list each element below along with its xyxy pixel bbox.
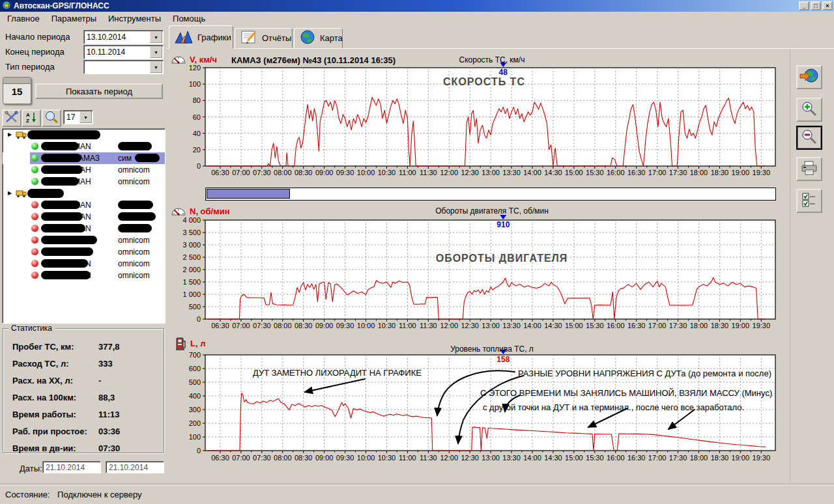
svg-text:100: 100 (189, 433, 201, 441)
zoom-in-icon (801, 100, 818, 119)
svg-text:15:30: 15:30 (586, 454, 604, 462)
chevron-down-icon[interactable]: ▼ (150, 46, 162, 58)
zoom-out-button[interactable] (796, 126, 822, 150)
stat-row: Расх. на 100км:88,3 (12, 393, 160, 402)
tree-vehicle-row[interactable]: MANomnicom (3, 246, 165, 258)
print-button[interactable] (796, 157, 822, 181)
svg-text:18:30: 18:30 (711, 454, 729, 462)
statistics-title: Статистика (8, 324, 55, 333)
date-to-input[interactable] (106, 461, 164, 473)
svg-text:17:00: 17:00 (648, 169, 667, 176)
period-start-select-label: Начало периода (5, 32, 70, 42)
svg-text:15:00: 15:00 (565, 169, 583, 176)
tree-group-row[interactable]: ▶ (3, 188, 165, 199)
vehicle-device: omnicom (118, 247, 150, 257)
svg-text:16:00: 16:00 (607, 322, 625, 329)
svg-text:13:00: 13:00 (482, 169, 500, 176)
period-type-select-label: Тип периода (5, 62, 55, 72)
tree-vehicle-row[interactable]: MANomnicom (3, 258, 165, 270)
svg-text:07:00: 07:00 (232, 454, 250, 462)
stat-value: 11:13 (98, 410, 120, 419)
time-range-selection[interactable] (207, 189, 290, 199)
stat-value: 03:36 (98, 427, 120, 436)
svg-text:2 500: 2 500 (182, 253, 201, 261)
vehicle-device: сим (118, 154, 132, 163)
svg-text:600: 600 (189, 365, 201, 372)
svg-text:16:00: 16:00 (607, 169, 625, 176)
svg-text:0: 0 (197, 447, 201, 455)
stat-value: 88,3 (98, 393, 115, 402)
tree-group-row[interactable]: ▶ (3, 129, 165, 141)
tab-label: Графики (197, 33, 231, 42)
svg-text:13:30: 13:30 (502, 322, 521, 329)
svg-text:09:30: 09:30 (336, 454, 354, 462)
sort-button[interactable]: AZ (22, 109, 41, 127)
menu-item-главное[interactable]: Главное (1, 12, 46, 25)
restore-button[interactable]: □ (811, 1, 821, 10)
chart-annotation: ДУТ ЗАМЕТНО ЛИХОРАДИТ НА ГРАФИКЕ (253, 368, 422, 378)
period-start-select[interactable]: 13.10.2014▼ (83, 30, 164, 44)
svg-text:06:30: 06:30 (211, 169, 229, 176)
tree-vehicle-row[interactable]: MAN (3, 141, 165, 152)
menu-item-помощь[interactable]: Помощь (167, 12, 211, 25)
svg-text:11:30: 11:30 (420, 454, 437, 462)
window-title: Автоскан-GPS/ГЛОНАСС (14, 1, 109, 10)
tree-vehicle-row[interactable]: КАМАЗсим (3, 152, 165, 164)
tree-vehicle-row[interactable]: МАНomnicom (3, 176, 165, 188)
svg-text:15:00: 15:00 (565, 322, 583, 329)
tree-vehicle-row[interactable]: MAN (3, 211, 165, 223)
svg-text:18:00: 18:00 (690, 454, 708, 462)
legend-button[interactable] (796, 189, 822, 213)
status-icon (31, 260, 38, 267)
period-end-select-label: Конец периода (5, 47, 65, 57)
tree-expand-icon[interactable]: ▶ (8, 190, 12, 196)
tree-vehicle-row[interactable]: MAN (3, 199, 165, 211)
rpm-chart-plot[interactable]: 06:3007:0007:3008:0008:3009:0009:3010:00… (168, 214, 784, 336)
menu-item-инструменты[interactable]: Инструменты (102, 12, 167, 25)
tab-globe[interactable]: Карта (294, 28, 343, 48)
period-end-select[interactable]: 10.11.2014▼ (83, 45, 164, 59)
tree-expand-icon[interactable]: ▶ (8, 132, 12, 137)
zoom-in-button[interactable] (796, 98, 822, 122)
time-range-bar[interactable] (205, 188, 776, 201)
speed-chart-plot[interactable]: 06:3007:0007:3008:0008:3009:0009:3010:00… (168, 61, 784, 184)
svg-text:20: 20 (193, 146, 201, 154)
calendar-icon[interactable]: 15 (3, 77, 31, 104)
menu-bar: ГлавноеПараметрыИнструментыПомощь (0, 12, 834, 25)
vehicle-brand: КАМАЗ (74, 154, 100, 163)
svg-text:4 000: 4 000 (182, 216, 201, 224)
tree-vehicle-row[interactable]: МАНomnicom (3, 164, 165, 176)
svg-text:18:00: 18:00 (690, 169, 708, 176)
chevron-down-icon[interactable]: ▼ (150, 31, 162, 43)
menu-item-параметры[interactable]: Параметры (46, 12, 102, 25)
chevron-down-icon[interactable]: ▼ (150, 61, 162, 73)
stat-label: Время в дв-ии: (12, 443, 76, 453)
svg-text:12:00: 12:00 (440, 322, 459, 329)
tab-chart[interactable]: Графики (169, 25, 233, 49)
vehicle-device: omnicom (118, 177, 150, 186)
chevron-down-icon[interactable]: ▼ (79, 111, 92, 123)
svg-text:500: 500 (189, 378, 201, 386)
redacted-name (27, 189, 64, 198)
map-button[interactable] (796, 65, 822, 89)
close-button[interactable]: × (822, 1, 833, 10)
show-period-button[interactable]: Показать период (35, 83, 163, 99)
search-button[interactable] (42, 109, 61, 127)
date-from-input[interactable] (42, 461, 101, 473)
svg-text:17:00: 17:00 (648, 454, 667, 462)
tree-vehicle-row[interactable]: MANomnicom (3, 270, 165, 281)
svg-text:0: 0 (197, 162, 201, 170)
vehicle-brand: MAN (74, 236, 91, 245)
font-size-select[interactable]: 17▼ (63, 110, 93, 124)
tree-vehicle-row[interactable]: MANomnicom (3, 234, 165, 246)
svg-text:09:00: 09:00 (315, 454, 334, 462)
status-value: Подключен к серверу (57, 490, 141, 499)
period-type-select[interactable]: ▼ (83, 60, 164, 74)
tab-report[interactable]: Отчёты (235, 28, 293, 48)
svg-text:14:30: 14:30 (544, 322, 562, 329)
settings-button[interactable] (2, 109, 22, 127)
tree-vehicle-row[interactable]: MAN (3, 223, 165, 234)
minimize-button[interactable]: _ (799, 1, 809, 10)
svg-text:120: 120 (189, 64, 201, 72)
stat-row: Расход ТС, л:333 (12, 359, 160, 369)
